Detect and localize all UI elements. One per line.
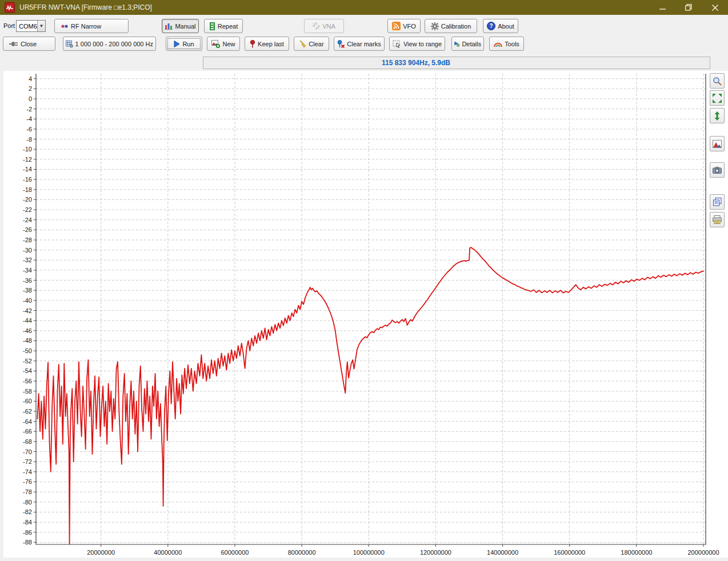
- print-icon: [713, 215, 722, 224]
- y-tick-label: -74: [23, 468, 32, 475]
- y-tick-label: -42: [23, 307, 32, 314]
- x-tick-label: 40000000: [154, 549, 182, 556]
- plot-frame: [36, 74, 706, 544]
- fit-vertical-icon: [714, 111, 720, 121]
- y-tick-label: -24: [23, 217, 32, 223]
- y-tick-label: -62: [23, 408, 32, 415]
- y-tick-label: -84: [23, 519, 32, 526]
- y-tick-label: -80: [23, 499, 32, 506]
- x-tick-label: 200000000: [687, 549, 719, 556]
- y-tick-label: -40: [23, 297, 32, 304]
- y-tick-label: -38: [23, 287, 32, 294]
- y-tick-label: -26: [23, 226, 32, 233]
- x-tick-label: 180000000: [621, 549, 652, 556]
- y-tick-label: -28: [23, 237, 32, 243]
- y-tick-label: -88: [23, 539, 32, 546]
- y-tick-label: -78: [23, 488, 32, 495]
- y-tick-label: -66: [23, 428, 32, 435]
- camera-icon: [713, 167, 722, 174]
- x-tick-label: 160000000: [554, 549, 585, 556]
- y-tick-label: -10: [23, 146, 32, 153]
- y-tick-label: -16: [23, 176, 32, 183]
- y-tick-label: -52: [23, 358, 32, 364]
- export-chart-icon: [713, 140, 722, 148]
- y-tick-label: -20: [23, 196, 32, 203]
- y-tick-label: -54: [23, 367, 32, 374]
- y-tick-label: 4: [29, 75, 32, 82]
- x-tick-label: 60000000: [221, 549, 249, 556]
- fit-all-button[interactable]: [710, 90, 725, 106]
- x-tick-label: 20000000: [87, 549, 115, 556]
- y-tick-label: -8: [26, 136, 32, 143]
- app-window: UR5FFR NWT-VNA [Firmware □e1.3;PICO] Por…: [0, 0, 728, 561]
- y-tick-label: -76: [23, 478, 32, 485]
- y-tick-label: -22: [23, 206, 32, 213]
- y-tick-label: -70: [23, 448, 32, 455]
- y-tick-label: -2: [26, 106, 32, 113]
- y-tick-label: -58: [23, 388, 32, 395]
- zoom-button[interactable]: [710, 73, 725, 89]
- y-tick-label: -4: [26, 115, 32, 122]
- fit-vertical-button[interactable]: [710, 108, 725, 123]
- print-button[interactable]: [710, 212, 725, 227]
- y-tick-label: -86: [23, 529, 32, 536]
- copy-pages-icon: [713, 198, 722, 206]
- y-tick-label: -82: [23, 508, 32, 515]
- screenshot-button[interactable]: [710, 162, 725, 178]
- y-tick-label: -50: [23, 347, 32, 354]
- y-tick-label: -72: [23, 458, 32, 465]
- y-tick-label: 2: [29, 85, 32, 92]
- x-tick-label: 120000000: [420, 549, 451, 556]
- y-tick-label: -46: [23, 327, 32, 334]
- y-tick-label: -14: [23, 166, 32, 173]
- copy-button[interactable]: [710, 194, 725, 210]
- y-tick-label: -64: [23, 418, 32, 425]
- y-tick-label: -12: [23, 156, 32, 163]
- fit-all-icon: [713, 94, 722, 103]
- x-tick-label: 140000000: [487, 549, 518, 556]
- y-tick-label: -32: [23, 257, 32, 263]
- y-tick-label: -56: [23, 378, 32, 384]
- y-tick-label: -34: [23, 267, 32, 274]
- y-tick-label: -48: [23, 337, 32, 344]
- y-tick-label: -30: [23, 247, 32, 254]
- y-tick-label: -68: [23, 438, 32, 445]
- y-tick-label: -18: [23, 186, 32, 193]
- y-tick-label: -6: [26, 126, 32, 133]
- x-tick-label: 80000000: [288, 549, 316, 556]
- y-tick-label: 0: [29, 95, 32, 102]
- y-tick-label: -44: [23, 317, 32, 324]
- sweep-trace: [37, 247, 703, 545]
- export-chart-button[interactable]: [710, 136, 725, 151]
- zoom-icon: [713, 77, 722, 86]
- sweep-chart[interactable]: 420-2-4-6-8-10-12-14-16-18-20-22-24-26-2…: [0, 0, 728, 561]
- x-tick-label: 100000000: [353, 549, 385, 556]
- y-tick-label: -36: [23, 277, 32, 284]
- y-tick-label: -60: [23, 398, 32, 404]
